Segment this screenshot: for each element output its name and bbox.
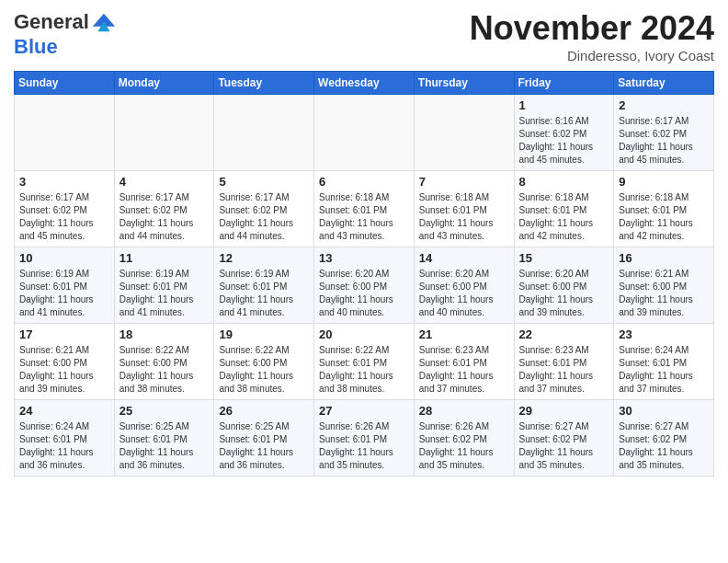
page-header: General Blue November 2024 Dinderesso, I… xyxy=(14,9,714,63)
day-number: 3 xyxy=(19,175,109,189)
table-row: 22Sunrise: 6:23 AMSunset: 6:01 PMDayligh… xyxy=(514,324,614,400)
day-info: Sunrise: 6:19 AMSunset: 6:01 PMDaylight:… xyxy=(119,268,210,319)
day-info: Sunrise: 6:24 AMSunset: 6:01 PMDaylight:… xyxy=(19,420,109,472)
calendar-table: Sunday Monday Tuesday Wednesday Thursday… xyxy=(14,71,714,477)
day-number: 29 xyxy=(519,404,609,418)
col-tuesday: Tuesday xyxy=(214,72,314,95)
table-row xyxy=(214,95,314,171)
page-container: General Blue November 2024 Dinderesso, I… xyxy=(0,0,728,486)
table-row: 26Sunrise: 6:25 AMSunset: 6:01 PMDayligh… xyxy=(214,400,314,477)
day-info: Sunrise: 6:20 AMSunset: 6:00 PMDaylight:… xyxy=(419,268,509,319)
day-info: Sunrise: 6:17 AMSunset: 6:02 PMDaylight:… xyxy=(19,191,109,243)
day-number: 12 xyxy=(219,251,309,265)
day-info: Sunrise: 6:26 AMSunset: 6:01 PMDaylight:… xyxy=(319,420,409,472)
col-thursday: Thursday xyxy=(414,72,514,95)
location: Dinderesso, Ivory Coast xyxy=(470,48,714,63)
day-number: 23 xyxy=(619,327,709,341)
day-number: 25 xyxy=(119,404,210,418)
table-row: 16Sunrise: 6:21 AMSunset: 6:00 PMDayligh… xyxy=(614,247,714,324)
day-number: 27 xyxy=(319,404,409,418)
table-row: 15Sunrise: 6:20 AMSunset: 6:00 PMDayligh… xyxy=(514,247,614,324)
day-info: Sunrise: 6:18 AMSunset: 6:01 PMDaylight:… xyxy=(419,191,509,243)
day-info: Sunrise: 6:23 AMSunset: 6:01 PMDaylight:… xyxy=(419,344,509,396)
day-info: Sunrise: 6:18 AMSunset: 6:01 PMDaylight:… xyxy=(619,191,709,243)
table-row xyxy=(314,95,415,171)
day-info: Sunrise: 6:22 AMSunset: 6:00 PMDaylight:… xyxy=(219,344,309,396)
table-row: 17Sunrise: 6:21 AMSunset: 6:00 PMDayligh… xyxy=(15,324,115,400)
day-number: 17 xyxy=(19,327,109,341)
logo-icon xyxy=(91,9,117,35)
calendar-week-row: 10Sunrise: 6:19 AMSunset: 6:01 PMDayligh… xyxy=(15,247,714,324)
table-row: 4Sunrise: 6:17 AMSunset: 6:02 PMDaylight… xyxy=(114,171,214,247)
table-row xyxy=(114,95,214,171)
day-number: 4 xyxy=(119,175,210,189)
day-number: 10 xyxy=(19,251,109,265)
logo: General Blue xyxy=(14,9,117,59)
day-number: 14 xyxy=(419,251,509,265)
day-number: 9 xyxy=(619,175,709,189)
table-row: 2Sunrise: 6:17 AMSunset: 6:02 PMDaylight… xyxy=(614,95,714,171)
logo-general-text: General xyxy=(14,10,89,34)
day-number: 30 xyxy=(619,404,709,418)
day-info: Sunrise: 6:20 AMSunset: 6:00 PMDaylight:… xyxy=(319,268,409,319)
table-row: 8Sunrise: 6:18 AMSunset: 6:01 PMDaylight… xyxy=(514,171,614,247)
day-info: Sunrise: 6:16 AMSunset: 6:02 PMDaylight:… xyxy=(519,115,609,167)
day-number: 20 xyxy=(319,327,409,341)
day-info: Sunrise: 6:18 AMSunset: 6:01 PMDaylight:… xyxy=(519,191,609,243)
day-number: 11 xyxy=(119,251,210,265)
table-row: 1Sunrise: 6:16 AMSunset: 6:02 PMDaylight… xyxy=(514,95,614,171)
day-number: 15 xyxy=(519,251,609,265)
calendar-week-row: 24Sunrise: 6:24 AMSunset: 6:01 PMDayligh… xyxy=(15,400,714,477)
day-info: Sunrise: 6:19 AMSunset: 6:01 PMDaylight:… xyxy=(219,268,309,319)
table-row xyxy=(414,95,514,171)
day-info: Sunrise: 6:19 AMSunset: 6:01 PMDaylight:… xyxy=(19,268,109,319)
day-info: Sunrise: 6:17 AMSunset: 6:02 PMDaylight:… xyxy=(219,191,309,243)
day-number: 7 xyxy=(419,175,509,189)
col-friday: Friday xyxy=(514,72,614,95)
day-number: 21 xyxy=(419,327,509,341)
table-row: 21Sunrise: 6:23 AMSunset: 6:01 PMDayligh… xyxy=(414,324,514,400)
table-row: 25Sunrise: 6:25 AMSunset: 6:01 PMDayligh… xyxy=(114,400,214,477)
table-row xyxy=(15,95,115,171)
day-info: Sunrise: 6:23 AMSunset: 6:01 PMDaylight:… xyxy=(519,344,609,396)
day-info: Sunrise: 6:21 AMSunset: 6:00 PMDaylight:… xyxy=(19,344,109,396)
calendar-week-row: 3Sunrise: 6:17 AMSunset: 6:02 PMDaylight… xyxy=(15,171,714,247)
day-info: Sunrise: 6:20 AMSunset: 6:00 PMDaylight:… xyxy=(519,268,609,319)
day-number: 8 xyxy=(519,175,609,189)
table-row: 7Sunrise: 6:18 AMSunset: 6:01 PMDaylight… xyxy=(414,171,514,247)
table-row: 14Sunrise: 6:20 AMSunset: 6:00 PMDayligh… xyxy=(414,247,514,324)
table-row: 11Sunrise: 6:19 AMSunset: 6:01 PMDayligh… xyxy=(114,247,214,324)
table-row: 9Sunrise: 6:18 AMSunset: 6:01 PMDaylight… xyxy=(614,171,714,247)
day-number: 18 xyxy=(119,327,210,341)
table-row: 30Sunrise: 6:27 AMSunset: 6:02 PMDayligh… xyxy=(614,400,714,477)
day-number: 28 xyxy=(419,404,509,418)
day-number: 22 xyxy=(519,327,609,341)
table-row: 19Sunrise: 6:22 AMSunset: 6:00 PMDayligh… xyxy=(214,324,314,400)
calendar-week-row: 17Sunrise: 6:21 AMSunset: 6:00 PMDayligh… xyxy=(15,324,714,400)
title-area: November 2024 Dinderesso, Ivory Coast xyxy=(470,9,714,63)
day-info: Sunrise: 6:18 AMSunset: 6:01 PMDaylight:… xyxy=(319,191,409,243)
table-row: 12Sunrise: 6:19 AMSunset: 6:01 PMDayligh… xyxy=(214,247,314,324)
table-row: 23Sunrise: 6:24 AMSunset: 6:01 PMDayligh… xyxy=(614,324,714,400)
calendar-header-row: Sunday Monday Tuesday Wednesday Thursday… xyxy=(15,72,714,95)
table-row: 5Sunrise: 6:17 AMSunset: 6:02 PMDaylight… xyxy=(214,171,314,247)
table-row: 18Sunrise: 6:22 AMSunset: 6:00 PMDayligh… xyxy=(114,324,214,400)
day-info: Sunrise: 6:26 AMSunset: 6:02 PMDaylight:… xyxy=(419,420,509,472)
day-number: 1 xyxy=(519,98,609,112)
logo-blue-text: Blue xyxy=(14,35,58,58)
day-info: Sunrise: 6:24 AMSunset: 6:01 PMDaylight:… xyxy=(619,344,709,396)
col-wednesday: Wednesday xyxy=(314,72,415,95)
table-row: 6Sunrise: 6:18 AMSunset: 6:01 PMDaylight… xyxy=(314,171,415,247)
table-row: 29Sunrise: 6:27 AMSunset: 6:02 PMDayligh… xyxy=(514,400,614,477)
table-row: 24Sunrise: 6:24 AMSunset: 6:01 PMDayligh… xyxy=(15,400,115,477)
day-info: Sunrise: 6:27 AMSunset: 6:02 PMDaylight:… xyxy=(519,420,609,472)
day-number: 5 xyxy=(219,175,309,189)
day-info: Sunrise: 6:17 AMSunset: 6:02 PMDaylight:… xyxy=(619,115,709,167)
day-info: Sunrise: 6:25 AMSunset: 6:01 PMDaylight:… xyxy=(119,420,210,472)
day-info: Sunrise: 6:21 AMSunset: 6:00 PMDaylight:… xyxy=(619,268,709,319)
month-title: November 2024 xyxy=(470,9,714,48)
table-row: 20Sunrise: 6:22 AMSunset: 6:01 PMDayligh… xyxy=(314,324,415,400)
day-info: Sunrise: 6:25 AMSunset: 6:01 PMDaylight:… xyxy=(219,420,309,472)
day-number: 19 xyxy=(219,327,309,341)
table-row: 27Sunrise: 6:26 AMSunset: 6:01 PMDayligh… xyxy=(314,400,415,477)
